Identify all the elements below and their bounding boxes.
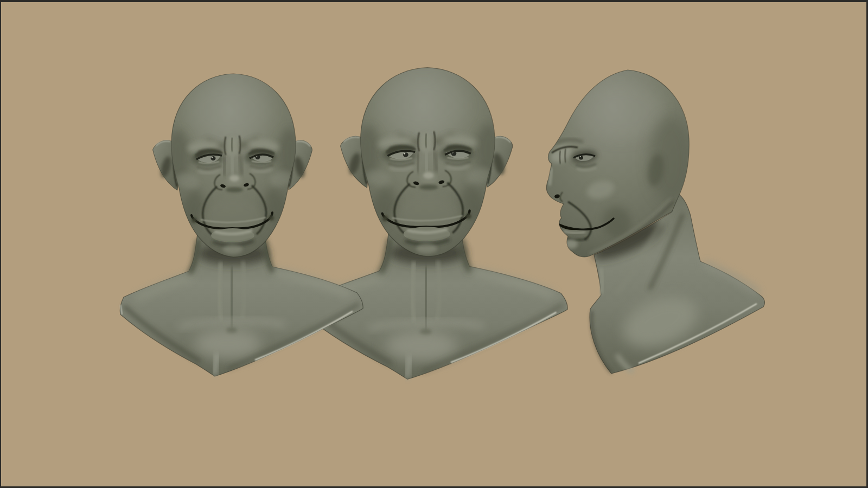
bust-three-quarter[interactable]	[546, 70, 764, 374]
bust-front-center[interactable]	[305, 68, 567, 380]
sculpt-viewport[interactable]	[1, 2, 866, 486]
sculpt-canvas[interactable]	[1, 2, 866, 486]
viewport-frame	[0, 0, 868, 488]
